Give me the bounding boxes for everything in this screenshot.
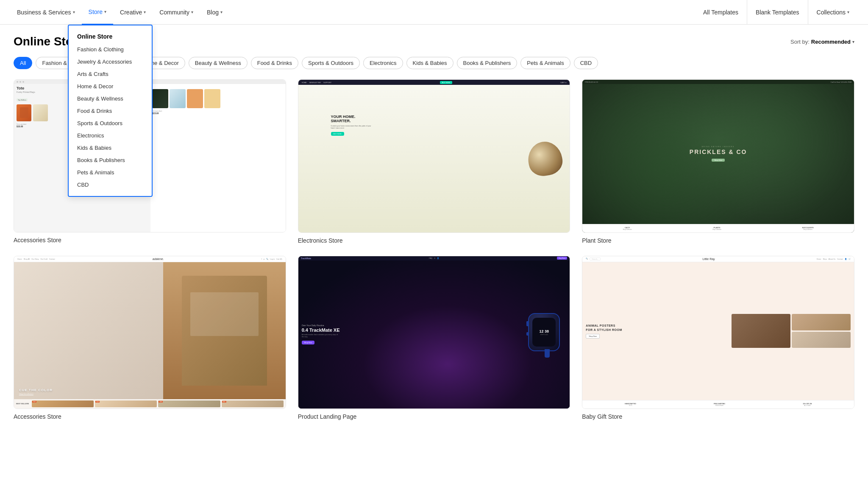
template-name-1: Accessories Store	[14, 237, 286, 244]
nav-business-services[interactable]: Business & Services ▾	[10, 0, 82, 25]
dropdown-item-beauty[interactable]: Beauty & Wellness	[69, 92, 152, 105]
search-area: 🔍 Search...	[586, 257, 601, 260]
filter-tab-sports[interactable]: Sports & Outdoors	[302, 57, 360, 69]
feature-shipping: FREE SHIPPING WORLDWIDE	[714, 403, 725, 406]
template-name-5: Product Landing Page	[298, 413, 570, 420]
shop-now-cta: Shop Now	[302, 341, 314, 344]
watch-button	[526, 321, 529, 326]
nav-left: Business & Services ▾ Store ▾ Creative ▾…	[10, 0, 229, 25]
nav-link: NEWSLETTER	[309, 81, 321, 84]
dropdown-item-cbd[interactable]: CBD	[69, 179, 152, 191]
nav-link: Shop All	[24, 258, 30, 260]
hero-text-area: CUE THE COLOR Shop the collection	[14, 262, 163, 399]
product-img-1	[792, 314, 851, 330]
filter-tab-books[interactable]: Books & Publishers	[457, 57, 517, 69]
hero-section: Own Your Daily Routine 0.4 TrackMate XE …	[298, 260, 570, 409]
hero-section: CUE THE COLOR Shop the collection	[14, 262, 286, 399]
hero-title: ANIMAL POSTERSFOR A STYLISH ROOM	[586, 324, 622, 332]
bestseller-thumb: Sale	[95, 400, 157, 407]
nav-link: 👤	[437, 257, 439, 259]
product-subtitle: A health tracker that motivates you ever…	[302, 333, 340, 338]
nav-links: PRICKLES & CO	[585, 81, 598, 83]
all-templates-button[interactable]: All Templates	[695, 0, 747, 25]
filter-tab-kids[interactable]: Kids & Babies	[406, 57, 453, 69]
product-image	[20, 107, 28, 118]
dropdown-item-electronics[interactable]: Electronics	[69, 129, 152, 142]
preview-right: I'm a product $15.00	[150, 84, 285, 232]
collections-label: Collections	[817, 9, 846, 16]
baby-store-preview: 🔍 Search... Little Ray Home Shop About U…	[582, 256, 854, 409]
filter-tab-food[interactable]: Food & Drinks	[251, 57, 298, 69]
hero-section: ANIMAL POSTERSFOR A STYLISH ROOM Shop No…	[582, 262, 854, 400]
bestsellers-bar: BEST SELLERS Sale Sale Sale Sale	[14, 399, 286, 409]
product-image	[524, 140, 566, 178]
collections-button[interactable]: Collections ▾	[808, 0, 858, 25]
filter-tab-beauty[interactable]: Beauty & Wellness	[189, 57, 248, 69]
dropdown-item-pets[interactable]: Pets & Animals	[69, 166, 152, 179]
top-navigation: Business & Services ▾ Store ▾ Creative ▾…	[0, 0, 868, 25]
hero-image	[163, 262, 285, 399]
template-card-5[interactable]: TrackMate FAQ ⊙ 👤 Buy Now Own Your Daily…	[298, 256, 570, 420]
shop-now-button: Shop Now	[586, 334, 599, 339]
filter-tab-pets[interactable]: Pets & Animals	[520, 57, 570, 69]
nav-creative[interactable]: Creative ▾	[113, 0, 153, 25]
login-icon: Log in	[270, 258, 275, 260]
chevron-down-icon: ▾	[73, 10, 75, 14]
sort-by-control[interactable]: Sort by: Recommended ▾	[790, 39, 854, 45]
filter-tab-cbd[interactable]: CBD	[574, 57, 598, 69]
template-card-4[interactable]: Home Shop All Our Story Our Craft Contac…	[14, 256, 286, 420]
dropdown-item-fashion[interactable]: Fashion & Clothing	[69, 43, 152, 56]
watch-body: 12 38 STEPS 4,532	[528, 313, 560, 351]
tagline: BRING NATURE INDOORS	[690, 146, 747, 148]
hero-title: CUE THE COLOR	[19, 388, 53, 392]
template-preview-5: TrackMate FAQ ⊙ 👤 Buy Now Own Your Daily…	[298, 256, 570, 409]
category-link: Shop Collection	[802, 229, 813, 230]
nav-link: PRICKLES & CO	[585, 81, 598, 83]
tagline: Own Your Daily Routine	[302, 324, 529, 327]
chevron-down-icon: ▾	[144, 10, 146, 14]
shop-now-button: Shop Now	[712, 159, 724, 162]
topbar: 🔍 Search... Little Ray Home Shop About U…	[582, 256, 854, 262]
dropdown-item-kids[interactable]: Kids & Babies	[69, 142, 152, 154]
store-dropdown-menu: Online Store Fashion & Clothing Jewelry …	[68, 25, 153, 197]
logo: adalene.	[153, 257, 164, 260]
dropdown-item-sports[interactable]: Sports & Outdoors	[69, 117, 152, 129]
dropdown-item-food[interactable]: Food & Drinks	[69, 105, 152, 117]
nav-community[interactable]: Community ▾	[153, 0, 200, 25]
product-img-main	[732, 314, 790, 348]
nav-link: Call Us Now! 123-456-7898	[831, 81, 851, 83]
nav-store[interactable]: Store ▾	[82, 0, 113, 25]
hero-text: YOUR HOME.SMARTER. Control your home env…	[331, 115, 373, 136]
nav-link: HOME	[302, 81, 307, 84]
feature-sublabel: TOYS	[625, 405, 636, 406]
bag-detail	[190, 292, 259, 336]
blank-templates-button[interactable]: Blank Templates	[747, 0, 807, 25]
category-label: SUCCULENTS	[802, 227, 813, 229]
template-preview-6: 🔍 Search... Little Ray Home Shop About U…	[582, 256, 854, 409]
hero-subtitle: Control your home environment from the p…	[331, 125, 373, 129]
dropdown-item-home[interactable]: Home & Decor	[69, 80, 152, 92]
dropdown-item-arts[interactable]: Arts & Crafts	[69, 68, 152, 80]
template-card-3[interactable]: PRICKLES & CO Call Us Now! 123-456-7898 …	[582, 79, 854, 244]
hero-text: Own Your Daily Routine 0.4 TrackMate XE …	[302, 324, 529, 344]
preview-topbar: PRICKLES & CO Call Us Now! 123-456-7898	[582, 80, 854, 84]
filter-tab-all[interactable]: All	[14, 57, 32, 69]
product-landing-preview: TrackMate FAQ ⊙ 👤 Buy Now Own Your Daily…	[298, 256, 570, 409]
dropdown-item-jewelry[interactable]: Jewelry & Accessories	[69, 56, 152, 68]
template-name-2: Electronics Store	[298, 237, 570, 244]
product-thumb	[170, 89, 186, 108]
buy-now-button: Buy Now	[557, 257, 567, 260]
filter-tab-electronics[interactable]: Electronics	[363, 57, 403, 69]
nav-blog[interactable]: Blog ▾	[200, 0, 229, 25]
template-card-6[interactable]: 🔍 Search... Little Ray Home Shop About U…	[582, 256, 854, 420]
category-link: Shop Collection	[712, 229, 721, 230]
dropdown-item-books[interactable]: Books & Publishers	[69, 154, 152, 166]
nav-link: FAQ	[429, 257, 432, 259]
plant-preview: PRICKLES & CO Call Us Now! 123-456-7898 …	[582, 80, 854, 232]
bestseller-thumb: Sale	[32, 400, 94, 407]
preview-topbar: HOME NEWSLETTER SUPPORT BUY NOW CART ●	[298, 80, 570, 85]
store-title: PRICKLES & CO	[690, 148, 747, 155]
template-card-2[interactable]: HOME NEWSLETTER SUPPORT BUY NOW CART ● Y…	[298, 79, 570, 244]
chevron-down-icon: ▾	[220, 10, 223, 14]
account-icon: 👤	[845, 258, 847, 260]
